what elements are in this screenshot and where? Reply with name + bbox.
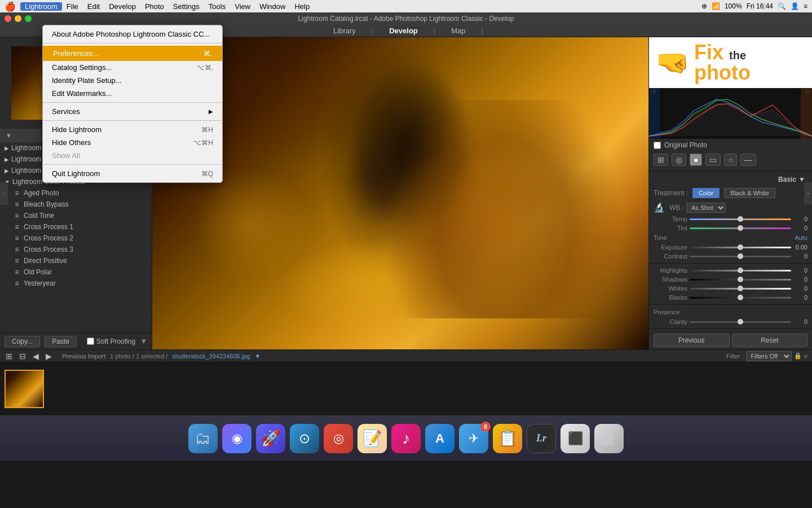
menu-about[interactable]: About Adobe Photoshop Lightroom Classic …: [43, 28, 222, 41]
menu-identity-plate[interactable]: Identity Plate Setup...: [43, 74, 222, 87]
shadows-slider[interactable]: [690, 279, 791, 281]
right-panel-collapse[interactable]: ›: [804, 182, 812, 205]
tone-auto-button[interactable]: Auto: [795, 234, 807, 241]
list-icon[interactable]: ≡: [804, 2, 807, 10]
crop-tool-btn[interactable]: ⊞: [654, 154, 668, 166]
file-path-dropdown[interactable]: ▼: [254, 353, 261, 360]
filmstrip-menu-icon[interactable]: ≡: [804, 353, 807, 360]
nav-library[interactable]: Library: [329, 27, 360, 35]
whites-slider-thumb[interactable]: [738, 286, 743, 291]
red-eye-btn[interactable]: ●: [690, 154, 702, 166]
exposure-slider-thumb[interactable]: [738, 244, 743, 250]
preset-item-cross-process-1[interactable]: ≡ Cross Process 1: [0, 221, 152, 233]
dock-notes[interactable]: 📝: [358, 424, 387, 453]
menu-photo[interactable]: Photo: [140, 2, 169, 11]
dock-music[interactable]: ♪: [391, 424, 421, 453]
menu-window[interactable]: Window: [255, 2, 290, 11]
whites-slider[interactable]: [690, 288, 791, 290]
dock-qr-reader[interactable]: ⬛: [561, 424, 590, 453]
contrast-slider-thumb[interactable]: [738, 253, 743, 259]
tint-slider[interactable]: [690, 227, 791, 229]
menu-develop[interactable]: Develop: [104, 2, 140, 11]
notification-icon[interactable]: 👤: [791, 2, 799, 10]
menu-edit-watermarks[interactable]: Edit Watermarks...: [43, 87, 222, 100]
grid-view-btn[interactable]: ⊞: [5, 352, 14, 361]
temp-slider-thumb[interactable]: [738, 216, 743, 222]
soft-proofing-checkbox[interactable]: [87, 338, 94, 345]
wb-select[interactable]: As Shot Auto Daylight Cloudy Custom: [686, 203, 726, 213]
dock-siri[interactable]: ◉: [222, 424, 251, 453]
radial-filter-btn[interactable]: ○: [724, 154, 736, 166]
spot-removal-btn[interactable]: ◎: [672, 154, 686, 166]
dock-trash[interactable]: 🗑: [594, 424, 624, 453]
adjustment-brush-btn[interactable]: —: [740, 154, 756, 166]
preset-item-cross-process-3[interactable]: ≡ Cross Process 3: [0, 244, 152, 255]
minimize-button[interactable]: [15, 15, 21, 22]
dock-telegram[interactable]: ✈ 8: [459, 424, 488, 453]
clarity-slider[interactable]: [690, 321, 791, 323]
treatment-color-btn[interactable]: Color: [692, 188, 720, 198]
menu-tools[interactable]: Tools: [204, 2, 230, 11]
preset-item-cold-tone[interactable]: ≡ Cold Tone: [0, 210, 152, 221]
menu-catalog-settings[interactable]: Catalog Settings... ⌥⌘,: [43, 61, 222, 74]
dock-launchpad[interactable]: 🚀: [256, 424, 285, 453]
clarity-slider-thumb[interactable]: [738, 319, 743, 325]
histogram-shadow-warning[interactable]: ◁: [651, 88, 655, 93]
treatment-bw-btn[interactable]: Black & White: [724, 188, 775, 198]
photo-container[interactable]: [152, 37, 648, 349]
film-thumb-1[interactable]: [5, 370, 44, 408]
preset-item-old-polar[interactable]: ≡ Old Polar: [0, 266, 152, 278]
menu-quit[interactable]: Quit Lightroom ⌘Q: [43, 167, 222, 180]
filmstrip-view-btn[interactable]: ⊟: [18, 352, 27, 361]
prev-photo-btn[interactable]: ◀: [32, 352, 40, 361]
next-photo-btn[interactable]: ▶: [45, 352, 53, 361]
menu-edit[interactable]: Edit: [83, 2, 104, 11]
tint-slider-thumb[interactable]: [738, 225, 743, 231]
menu-view[interactable]: View: [230, 2, 255, 11]
nav-map[interactable]: Map: [447, 27, 470, 35]
menu-hide-lightroom[interactable]: Hide Lightroom ⌘H: [43, 123, 222, 136]
menu-settings[interactable]: Settings: [169, 2, 204, 11]
graduated-filter-btn[interactable]: ▭: [705, 154, 721, 166]
blacks-slider[interactable]: [690, 297, 791, 299]
nav-develop[interactable]: Develop: [385, 27, 422, 35]
menu-lightroom[interactable]: Lightroom: [20, 2, 62, 11]
histogram-highlight-warning[interactable]: ▷: [806, 88, 810, 93]
left-panel-collapse[interactable]: ‹: [0, 182, 8, 205]
close-button[interactable]: [5, 15, 11, 22]
menu-preferences[interactable]: Preferences... ⌘,: [43, 46, 222, 61]
menu-file[interactable]: File: [62, 2, 83, 11]
menu-hide-others[interactable]: Hide Others ⌥⌘H: [43, 136, 222, 149]
original-photo-checkbox[interactable]: [654, 142, 661, 149]
preset-item-direct-positive[interactable]: ≡ Direct Positive: [0, 255, 152, 266]
preset-item-yesteryear[interactable]: ≡ Yesteryear: [0, 278, 152, 289]
dock-safari[interactable]: ⊙: [290, 424, 319, 453]
contrast-slider[interactable]: [690, 256, 791, 257]
reset-button[interactable]: Reset: [732, 334, 808, 347]
presets-collapse-arrow[interactable]: ▼: [6, 132, 12, 139]
menu-services[interactable]: Services ▶: [43, 105, 222, 118]
highlights-slider[interactable]: [690, 270, 791, 271]
dock-sticky[interactable]: 📋: [493, 424, 522, 453]
previous-button[interactable]: Previous: [654, 334, 730, 347]
paste-button[interactable]: Paste: [45, 336, 77, 347]
dock-finder[interactable]: 🗂: [188, 424, 218, 453]
menu-help[interactable]: Help: [290, 2, 314, 11]
dock-lightroom[interactable]: Lr: [527, 424, 556, 453]
search-icon[interactable]: 🔍: [778, 2, 786, 10]
apple-menu-icon[interactable]: 🍎: [5, 1, 16, 12]
filter-lock-icon[interactable]: 🔒: [794, 352, 802, 360]
shadows-slider-thumb[interactable]: [738, 277, 743, 282]
temp-slider[interactable]: [690, 218, 791, 220]
preset-item-aged-photo[interactable]: ≡ Aged Photo: [0, 187, 152, 199]
copy-button[interactable]: Copy...: [5, 336, 40, 347]
dock-opera[interactable]: ◎: [324, 424, 353, 453]
exposure-slider[interactable]: [690, 247, 791, 248]
highlights-slider-thumb[interactable]: [738, 268, 743, 273]
preset-item-bleach-bypass[interactable]: ≡ Bleach Bypass: [0, 199, 152, 210]
maximize-button[interactable]: [25, 15, 32, 22]
dock-appstore[interactable]: A: [425, 424, 454, 453]
soft-proof-dropdown-icon[interactable]: ▼: [140, 337, 147, 345]
filter-select[interactable]: Filters Off Flagged Unflagged Rejected: [746, 351, 792, 361]
preset-item-cross-process-2[interactable]: ≡ Cross Process 2: [0, 233, 152, 244]
